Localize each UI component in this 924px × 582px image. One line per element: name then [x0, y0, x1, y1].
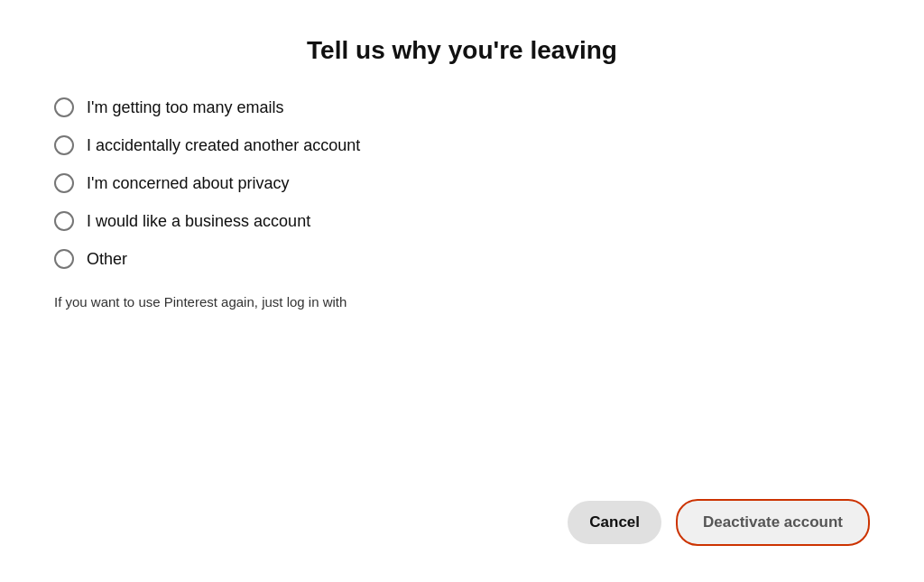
option-label-1: I'm getting too many emails: [87, 98, 284, 117]
cancel-button[interactable]: Cancel: [568, 501, 661, 544]
deactivate-button[interactable]: Deactivate account: [676, 499, 870, 546]
option-item-2[interactable]: I accidentally created another account: [54, 135, 870, 155]
option-item-1[interactable]: I'm getting too many emails: [54, 97, 870, 117]
option-label-5: Other: [87, 250, 127, 269]
option-item-3[interactable]: I'm concerned about privacy: [54, 173, 870, 193]
option-label-4: I would like a business account: [87, 212, 310, 231]
deactivate-modal: Tell us why you're leaving I'm getting t…: [0, 0, 924, 582]
radio-button-2[interactable]: [54, 135, 74, 155]
option-item-5[interactable]: Other: [54, 249, 870, 269]
option-label-3: I'm concerned about privacy: [87, 174, 290, 193]
option-label-2: I accidentally created another account: [87, 136, 360, 155]
radio-button-5[interactable]: [54, 249, 74, 269]
option-item-4[interactable]: I would like a business account: [54, 211, 870, 231]
radio-button-4[interactable]: [54, 211, 74, 231]
info-text: If you want to use Pinterest again, just…: [54, 294, 870, 309]
radio-button-1[interactable]: [54, 97, 74, 117]
radio-button-3[interactable]: [54, 173, 74, 193]
reasons-list: I'm getting too many emails I accidental…: [54, 97, 870, 269]
modal-title: Tell us why you're leaving: [54, 36, 870, 65]
modal-footer: Cancel Deactivate account: [54, 481, 870, 546]
